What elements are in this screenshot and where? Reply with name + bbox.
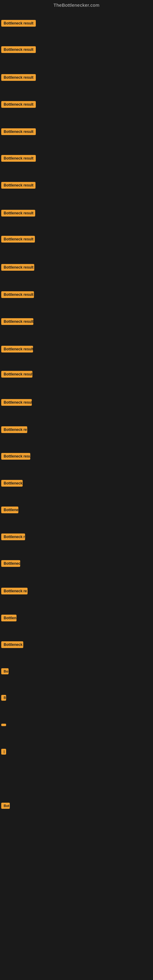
bottleneck-result-16[interactable]: Bottleneck re [1, 426, 27, 434]
bottleneck-badge-16[interactable]: Bottleneck re [1, 426, 27, 433]
bottleneck-badge-7[interactable]: Bottleneck result [1, 182, 35, 189]
bottleneck-badge-14[interactable]: Bottleneck result [1, 371, 32, 378]
bottleneck-badge-19[interactable]: Bottlene [1, 506, 18, 513]
bottleneck-result-28[interactable]: | [1, 749, 6, 756]
bottleneck-badge-13[interactable]: Bottleneck result [1, 346, 33, 353]
bottleneck-result-26[interactable]: B [1, 695, 6, 702]
bottleneck-badge-3[interactable]: Bottleneck result [1, 74, 36, 81]
bottleneck-result-4[interactable]: Bottleneck result [1, 101, 36, 109]
bottleneck-result-9[interactable]: Bottleneck result [1, 236, 35, 244]
bottleneck-result-21[interactable]: Bottlenec [1, 560, 20, 568]
bottleneck-result-1[interactable]: Bottleneck result [1, 20, 36, 28]
bottleneck-badge-1[interactable]: Bottleneck result [1, 20, 36, 27]
bottleneck-badge-21[interactable]: Bottlenec [1, 560, 20, 567]
bottleneck-result-14[interactable]: Bottleneck result [1, 371, 32, 379]
bottleneck-result-6[interactable]: Bottleneck result [1, 155, 36, 163]
bottleneck-result-12[interactable]: Bottleneck result [1, 318, 33, 326]
bottleneck-badge-15[interactable]: Bottleneck result [1, 399, 32, 406]
bottleneck-result-13[interactable]: Bottleneck result [1, 346, 33, 354]
bottleneck-result-10[interactable]: Bottleneck result [1, 264, 34, 272]
bottleneck-badge-5[interactable]: Bottleneck result [1, 128, 36, 135]
bottleneck-badge-2[interactable]: Bottleneck result [1, 46, 36, 53]
bottleneck-result-8[interactable]: Bottleneck result [1, 210, 35, 218]
bottleneck-badge-17[interactable]: Bottleneck resul [1, 453, 30, 460]
bottleneck-badge-25[interactable]: Bo [1, 668, 9, 675]
bottleneck-badge-23[interactable]: Bottlen [1, 615, 16, 621]
bottleneck-badge-8[interactable]: Bottleneck result [1, 210, 35, 216]
bottleneck-result-7[interactable]: Bottleneck result [1, 182, 35, 190]
bottleneck-result-20[interactable]: Bottleneck r [1, 533, 25, 541]
bottleneck-result-23[interactable]: Bottlen [1, 615, 16, 623]
bottleneck-result-22[interactable]: Bottleneck re [1, 588, 27, 596]
bottleneck-result-27[interactable] [1, 722, 6, 727]
bottleneck-badge-6[interactable]: Bottleneck result [1, 155, 36, 162]
bottleneck-badge-26[interactable]: B [1, 695, 6, 701]
bottleneck-badge-27[interactable] [1, 724, 6, 726]
bottleneck-result-3[interactable]: Bottleneck result [1, 74, 36, 82]
bottleneck-badge-28[interactable]: | [1, 749, 6, 755]
bottleneck-badge-24[interactable]: Bottleneck [1, 641, 23, 648]
bottleneck-badge-18[interactable]: Bottleneck [1, 480, 22, 487]
bottleneck-result-15[interactable]: Bottleneck result [1, 399, 32, 407]
bottleneck-result-18[interactable]: Bottleneck [1, 480, 22, 488]
bottleneck-result-17[interactable]: Bottleneck resul [1, 453, 30, 461]
bottleneck-result-24[interactable]: Bottleneck [1, 641, 23, 649]
bottleneck-badge-9[interactable]: Bottleneck result [1, 236, 35, 243]
bottleneck-result-25[interactable]: Bo [1, 668, 9, 676]
bottleneck-badge-12[interactable]: Bottleneck result [1, 318, 33, 325]
bottleneck-result-19[interactable]: Bottlene [1, 506, 18, 514]
bottleneck-badge-20[interactable]: Bottleneck r [1, 533, 25, 540]
bottleneck-result-30[interactable]: Bot [1, 803, 10, 810]
site-title: TheBottlenecker.com [0, 0, 153, 9]
bottleneck-badge-10[interactable]: Bottleneck result [1, 264, 34, 271]
bottleneck-badge-22[interactable]: Bottleneck re [1, 588, 27, 595]
bottleneck-badge-30[interactable]: Bot [1, 803, 10, 809]
bottleneck-result-2[interactable]: Bottleneck result [1, 46, 36, 54]
bottleneck-result-5[interactable]: Bottleneck result [1, 128, 36, 136]
bottleneck-result-11[interactable]: Bottleneck result [1, 291, 34, 299]
results-container: Bottleneck resultBottleneck resultBottle… [0, 9, 153, 977]
bottleneck-badge-11[interactable]: Bottleneck result [1, 291, 34, 298]
bottleneck-badge-4[interactable]: Bottleneck result [1, 101, 36, 108]
